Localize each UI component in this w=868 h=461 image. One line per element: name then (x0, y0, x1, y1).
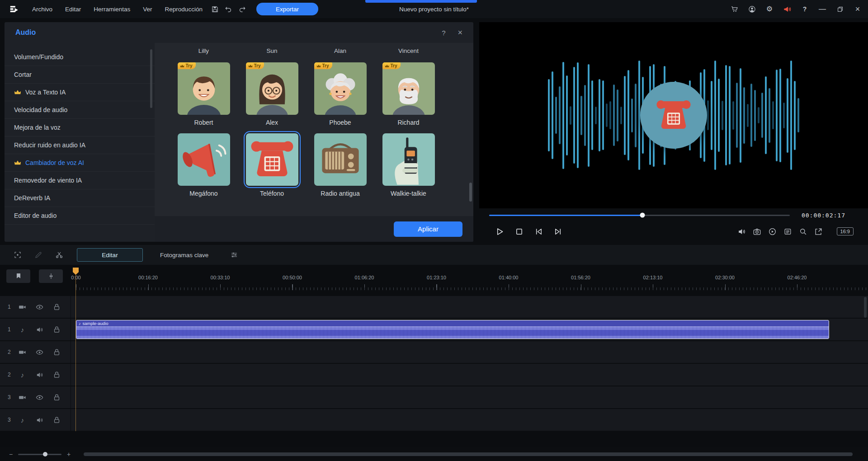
cart-icon[interactable] (729, 4, 739, 14)
lock-icon[interactable] (53, 371, 61, 379)
voice-card-megafono[interactable]: Megáfono (170, 133, 238, 197)
render-preview-icon[interactable] (768, 227, 777, 236)
voice-card-walkie-talkie[interactable]: Walkie-talkie (374, 133, 443, 197)
sidebar-item-mejora-de-la-voz[interactable]: Mejora de la voz (5, 119, 155, 136)
sidebar-item-cambiador-de-voz-ai[interactable]: Cambiador de voz AI (5, 154, 155, 172)
zoom-fit-icon[interactable] (799, 227, 807, 236)
tab-fotogramas-clave[interactable]: Fotogramas clave (160, 252, 208, 259)
visibility-icon[interactable] (36, 303, 43, 311)
track-header-audio-1[interactable]: 1 ♪ (0, 319, 71, 340)
track-header-video-3[interactable]: 3 (0, 386, 71, 408)
zoom-out-icon[interactable]: − (8, 451, 14, 458)
lock-icon[interactable] (53, 326, 61, 334)
voice-card-robert[interactable]: Try Robert (170, 62, 238, 126)
save-project-icon[interactable] (208, 2, 222, 16)
zoom-in-icon[interactable]: + (66, 451, 72, 458)
draw-icon[interactable] (32, 248, 45, 262)
snapshot-icon[interactable] (753, 227, 761, 236)
split-scissors-icon[interactable] (52, 248, 66, 262)
zoom-slider-thumb[interactable] (43, 452, 47, 456)
aspect-ratio-badge[interactable]: 16:9 (837, 227, 854, 235)
detach-window-icon[interactable] (814, 227, 823, 236)
sidebar-scrollbar[interactable] (150, 49, 152, 108)
seek-bar[interactable] (489, 215, 790, 216)
playhead-marker[interactable] (73, 268, 79, 275)
track-header-video-2[interactable]: 2 (0, 341, 71, 363)
menu-archivo[interactable]: Archivo (26, 3, 58, 15)
volume-icon[interactable] (737, 227, 746, 236)
visibility-icon[interactable] (36, 348, 43, 356)
sidebar-item-velocidad-de-audio[interactable]: Velocidad de audio (5, 101, 155, 119)
close-window-icon[interactable]: × (853, 4, 863, 14)
mute-icon[interactable] (36, 416, 43, 424)
alex-avatar-art (246, 62, 298, 115)
sidebar-item-volumen-fundido[interactable]: Volumen/Fundido (5, 48, 155, 66)
settings-gear-icon[interactable]: ⚙ (764, 4, 774, 14)
undo-icon[interactable] (222, 2, 236, 16)
menu-herramientas[interactable]: Herramientas (88, 3, 136, 15)
timeline-zoom-slider[interactable] (18, 454, 61, 455)
voice-card-richard[interactable]: Try (374, 62, 443, 126)
track-lane-video-3[interactable] (71, 386, 868, 408)
lock-icon[interactable] (53, 394, 61, 401)
stop-button[interactable] (511, 224, 527, 239)
help-icon[interactable]: ? (800, 4, 810, 14)
sidebar-item-dereverb-ia[interactable]: DeReverb IA (5, 189, 155, 207)
timeline-horizontal-scrollbar[interactable] (84, 452, 853, 456)
mute-icon[interactable] (36, 371, 43, 379)
sidebar-item-reducir-ruido-ia[interactable]: Reducir ruido en audio IA (5, 136, 155, 154)
voice-card-radio-antigua[interactable]: Radio antigua (306, 133, 374, 197)
track-header-video-1[interactable]: 1 (0, 296, 71, 318)
track-lane-audio-3[interactable] (71, 409, 868, 431)
waveform-bar (740, 68, 741, 163)
marker-button[interactable] (6, 269, 30, 283)
sidebar-item-voz-a-texto-ia[interactable]: Voz a Texto IA (5, 84, 155, 101)
try-badge: Try (178, 62, 196, 69)
redo-icon[interactable] (236, 2, 249, 16)
sidebar-item-cortar[interactable]: Cortar (5, 66, 155, 84)
layout-icon[interactable] (11, 248, 24, 262)
voice-grid-scrollbar[interactable] (469, 183, 472, 202)
visibility-icon[interactable] (36, 394, 43, 401)
menu-ver[interactable]: Ver (137, 3, 158, 15)
panel-close-icon[interactable]: × (458, 28, 462, 38)
timeline-ruler[interactable]: 0:0000:16:2000:33:1000:50:0001:06:2001:2… (71, 275, 868, 291)
voice-card-telefono[interactable]: Teléfono (238, 133, 306, 197)
audio-clip[interactable]: ♪ sample-audio (76, 320, 829, 339)
sidebar-item-editor-de-audio[interactable]: Editor de audio (5, 207, 155, 225)
sidebar-item-removedor-de-viento-ia[interactable]: Removedor de viento IA (5, 172, 155, 189)
play-button[interactable] (492, 224, 507, 239)
previous-frame-button[interactable] (531, 224, 546, 239)
menu-editar[interactable]: Editar (59, 3, 87, 15)
voice-card-alex[interactable]: Try (238, 62, 306, 126)
lock-icon[interactable] (53, 348, 61, 356)
waveform-bar (754, 90, 756, 141)
export-button[interactable]: Exportar (256, 3, 318, 15)
seek-thumb[interactable] (640, 213, 645, 218)
adjustment-list-icon[interactable] (227, 248, 241, 262)
lock-icon[interactable] (53, 303, 61, 311)
track-header-audio-3[interactable]: 3 ♪ (0, 409, 71, 431)
app-logo[interactable] (8, 3, 20, 15)
minimize-icon[interactable]: — (817, 4, 827, 14)
promo-megaphone-icon[interactable] (782, 4, 792, 14)
apply-button[interactable]: Aplicar (394, 221, 462, 237)
lock-icon[interactable] (53, 416, 61, 424)
tab-editar[interactable]: Editar (77, 248, 143, 262)
voice-card-phoebe[interactable]: Try (306, 62, 374, 126)
timeline-vertical-scrollbar[interactable] (864, 297, 867, 318)
track-lane-audio-1[interactable]: ♪ sample-audio (71, 319, 868, 340)
track-lane-video-1[interactable] (71, 296, 868, 318)
restore-window-icon[interactable] (835, 4, 845, 14)
panel-help-icon[interactable]: ? (442, 29, 445, 37)
next-frame-button[interactable] (550, 224, 566, 239)
track-lane-video-2[interactable] (71, 341, 868, 363)
panel-title: Audio (15, 28, 36, 37)
track-header-audio-2[interactable]: 2 ♪ (0, 364, 71, 386)
account-icon[interactable] (747, 4, 757, 14)
snap-button[interactable] (39, 269, 63, 283)
track-lane-audio-2[interactable] (71, 364, 868, 386)
mute-icon[interactable] (36, 326, 43, 334)
menu-reproduccion[interactable]: Reproducción (159, 3, 208, 15)
markers-icon[interactable] (783, 227, 792, 236)
